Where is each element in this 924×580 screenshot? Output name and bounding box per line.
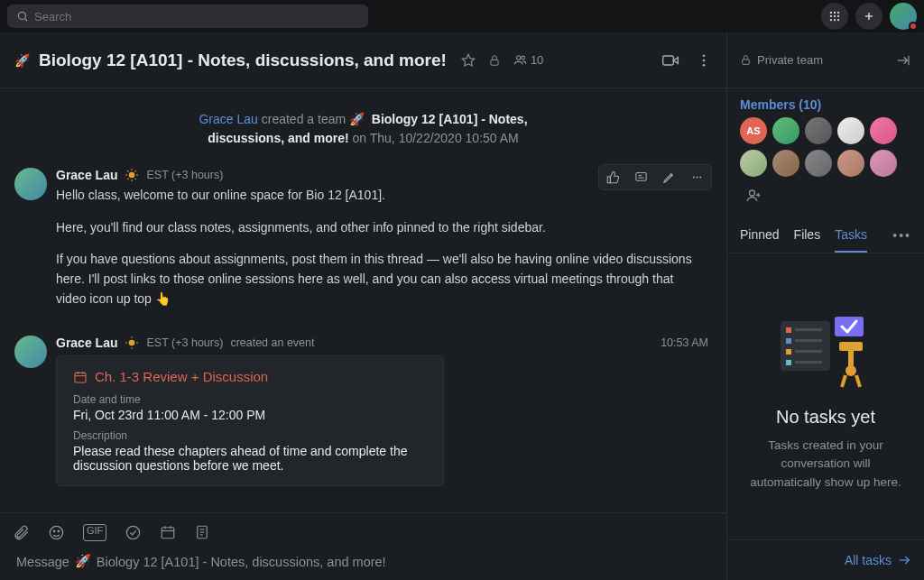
gif-icon[interactable]: GIF	[83, 524, 106, 541]
search-input[interactable]	[34, 10, 359, 23]
svg-point-36	[697, 177, 698, 179]
profile-avatar[interactable]	[890, 3, 917, 30]
message: Grace Lau EST (+3 hours) Hello class, we…	[0, 161, 726, 328]
details-sidebar: Private team Members (10) AS Pinned File…	[727, 32, 924, 580]
svg-rect-32	[636, 173, 646, 181]
svg-point-5	[830, 15, 832, 17]
svg-point-37	[699, 177, 701, 179]
member-avatar[interactable]	[837, 150, 864, 177]
avatar[interactable]	[14, 336, 47, 368]
svg-point-50	[127, 526, 140, 539]
svg-point-49	[58, 530, 60, 532]
member-count[interactable]: 10	[513, 53, 543, 67]
tab-tasks[interactable]: Tasks	[835, 218, 867, 253]
team-icon: 🚀	[75, 554, 91, 569]
svg-point-10	[837, 19, 839, 21]
event-card[interactable]: Ch. 1-3 Review + Discussion Date and tim…	[56, 355, 444, 486]
message-author[interactable]: Grace Lau	[56, 168, 117, 182]
svg-point-35	[693, 177, 695, 179]
message-author[interactable]: Grace Lau	[56, 336, 117, 350]
svg-rect-76	[839, 342, 863, 351]
event-verb: created an event	[230, 336, 314, 349]
svg-rect-69	[795, 339, 822, 342]
timezone-label: EST (+3 hours)	[146, 336, 223, 349]
svg-point-38	[129, 340, 135, 346]
svg-point-8	[830, 19, 832, 21]
member-avatar[interactable]	[837, 117, 864, 144]
add-member-icon[interactable]	[740, 182, 767, 209]
svg-rect-71	[795, 350, 822, 353]
svg-rect-31	[607, 177, 610, 183]
member-avatar[interactable]	[805, 150, 832, 177]
svg-point-22	[129, 172, 135, 179]
message-actions	[598, 164, 712, 190]
svg-line-78	[842, 375, 845, 387]
message-list: Grace Lau created a team 🚀 Biology 12 [A…	[0, 88, 726, 512]
lock-icon	[488, 54, 501, 67]
svg-point-19	[703, 54, 706, 57]
task-icon[interactable]	[125, 524, 142, 541]
members-heading[interactable]: Members (10)	[727, 88, 924, 117]
channel-header: 🚀 Biology 12 [A101] - Notes, discussions…	[0, 32, 726, 88]
tasks-illustration	[772, 308, 880, 389]
svg-line-1	[25, 19, 28, 22]
svg-rect-14	[491, 60, 498, 65]
status-badge-icon	[125, 336, 139, 350]
svg-point-0	[18, 12, 25, 19]
global-search[interactable]	[7, 5, 368, 28]
like-icon[interactable]	[599, 165, 627, 189]
svg-rect-51	[162, 528, 175, 539]
svg-point-7	[837, 15, 839, 17]
event-title: Ch. 1-3 Review + Discussion	[95, 369, 268, 384]
svg-rect-70	[786, 349, 791, 354]
svg-point-4	[837, 12, 839, 14]
svg-rect-75	[848, 348, 854, 368]
message: Grace Lau EST (+3 hours) created an even…	[0, 328, 726, 493]
favorite-star-icon[interactable]	[461, 53, 476, 68]
video-call-icon[interactable]	[661, 51, 679, 69]
svg-line-28	[135, 179, 136, 180]
svg-point-9	[834, 19, 836, 21]
event-description-label: Description	[73, 429, 427, 442]
svg-point-20	[703, 59, 706, 61]
member-avatar[interactable]: AS	[740, 117, 767, 144]
avatar[interactable]	[14, 168, 47, 200]
quote-icon[interactable]	[627, 165, 655, 189]
tab-pinned[interactable]: Pinned	[740, 218, 780, 253]
more-options-icon[interactable]	[696, 51, 712, 69]
svg-rect-77	[835, 317, 864, 336]
more-icon[interactable]	[683, 165, 711, 189]
new-button[interactable]	[855, 3, 882, 30]
member-avatar[interactable]	[740, 150, 767, 177]
system-member-added: Grace Lau added Astra Sodarsono to the t…	[0, 493, 726, 512]
sidebar-tabs: Pinned Files Tasks •••	[727, 218, 924, 253]
apps-grid-button[interactable]	[821, 3, 848, 30]
member-avatars: AS	[727, 117, 924, 218]
calendar-compose-icon[interactable]	[160, 524, 176, 541]
event-description-value: Please read these chapters ahead of time…	[73, 444, 427, 473]
svg-rect-68	[786, 338, 791, 344]
svg-line-79	[856, 375, 860, 387]
attach-icon[interactable]	[13, 524, 30, 541]
svg-point-47	[50, 526, 62, 539]
emoji-icon[interactable]	[48, 524, 65, 541]
member-avatar[interactable]	[772, 117, 799, 144]
member-avatar[interactable]	[772, 150, 799, 177]
message-time: 10:53 AM	[661, 336, 712, 349]
member-avatar[interactable]	[870, 150, 897, 177]
svg-rect-73	[795, 361, 822, 364]
tasks-empty-state: No tasks yet Tasks created in your conve…	[727, 253, 924, 539]
all-tasks-link[interactable]: All tasks	[727, 539, 924, 580]
svg-point-6	[834, 15, 836, 17]
calendar-icon	[73, 370, 88, 384]
member-avatar[interactable]	[870, 117, 897, 144]
edit-icon[interactable]	[655, 165, 683, 189]
user-link[interactable]: Grace Lau	[199, 112, 257, 126]
tabs-more-icon[interactable]: •••	[892, 219, 911, 252]
note-icon[interactable]	[194, 524, 210, 541]
member-avatar[interactable]	[805, 117, 832, 144]
collapse-sidebar-icon[interactable]	[895, 52, 911, 69]
tab-files[interactable]: Files	[794, 218, 821, 253]
message-input[interactable]: Message 🚀 Biology 12 [A101] - Notes, dis…	[13, 547, 714, 578]
svg-line-29	[128, 179, 129, 180]
